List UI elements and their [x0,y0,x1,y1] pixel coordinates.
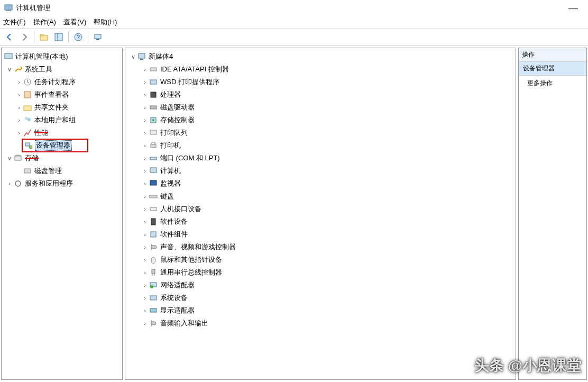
device-category[interactable]: ›软件设备 [126,215,514,228]
minimize-button[interactable]: — [563,3,584,14]
tree-task-scheduler[interactable]: › 任务计划程序 [3,76,121,88]
tree-storage[interactable]: ∨ 存储 [3,152,121,165]
toggle-collapsed-icon[interactable]: › [141,168,149,174]
toggle-collapsed-icon[interactable]: › [141,219,149,225]
device-category[interactable]: ›WSD 打印提供程序 [126,76,514,88]
tree-event-viewer[interactable]: › 事件查看器 [3,88,121,101]
device-category[interactable]: ›监视器 [126,177,514,190]
device-category[interactable]: ›通用串行总线控制器 [126,266,514,279]
svg-rect-36 [150,207,157,211]
device-category[interactable]: ›打印队列 [126,126,514,139]
toggle-collapsed-icon[interactable]: › [141,180,149,187]
toggle-collapsed-icon[interactable]: › [141,269,149,276]
hid-icon [149,204,158,214]
toggle-collapsed-icon[interactable]: › [141,231,149,238]
dev-root[interactable]: ∨ 新媒体4 [126,50,514,63]
device-category[interactable]: ›打印机 [126,139,514,152]
toggle-collapsed-icon[interactable]: › [141,307,149,314]
toggle-collapsed-icon[interactable]: › [15,92,23,98]
toggle-collapsed-icon[interactable]: › [141,155,149,161]
back-button[interactable] [3,31,16,43]
device-category[interactable]: ›网络适配器 [126,279,514,292]
device-category[interactable]: ›处理器 [126,88,514,101]
device-button[interactable] [91,31,104,43]
toggle-collapsed-icon[interactable]: › [15,117,23,123]
toggle-collapsed-icon[interactable]: › [141,79,149,85]
toggle-collapsed-icon[interactable]: › [141,104,149,111]
toggle-collapsed-icon[interactable]: › [141,92,149,98]
tree-label: WSD 打印提供程序 [160,77,219,87]
device-category[interactable]: ›端口 (COM 和 LPT) [126,152,514,165]
toggle-collapsed-icon[interactable]: › [15,79,23,85]
tree-label: 磁盘管理 [34,166,62,176]
toggle-expanded-icon[interactable]: ∨ [6,155,13,162]
toggle-collapsed-icon[interactable]: › [141,130,149,136]
tree-label: 计算机管理(本地) [15,52,68,61]
device-category[interactable]: ›磁盘驱动器 [126,101,514,114]
svg-rect-31 [152,142,155,144]
svg-rect-29 [150,130,157,134]
tree-label: 声音、视频和游戏控制器 [160,242,236,252]
menu-view[interactable]: 查看(V) [63,17,86,27]
actions-more[interactable]: 更多操作 [519,76,586,91]
up-button[interactable] [38,31,50,43]
device-category[interactable]: ›存储控制器 [126,114,514,126]
device-category[interactable]: ›人机接口设备 [126,203,514,215]
toolbar-sep [34,31,34,43]
clock-icon [23,77,32,87]
actions-header: 操作 [519,48,586,62]
device-category[interactable]: ›计算机 [126,165,514,177]
tree-label: 系统设备 [160,293,188,303]
toggle-collapsed-icon[interactable]: › [141,282,149,288]
device-category[interactable]: ›鼠标和其他指针设备 [126,253,514,266]
tree-disk-mgmt[interactable]: 磁盘管理 [3,165,121,177]
toggle-collapsed-icon[interactable]: › [141,257,149,263]
toggle-expanded-icon[interactable]: ∨ [6,66,13,73]
ide-controller-icon [149,65,158,74]
toggle-collapsed-icon[interactable]: › [15,130,23,136]
tree-label: 磁盘驱动器 [160,103,195,112]
toggle-collapsed-icon[interactable]: › [141,320,149,326]
tree-local-users[interactable]: › 本地用户和组 [3,114,121,126]
toggle-expanded-icon[interactable]: ∨ [130,53,137,60]
svg-rect-27 [150,106,157,109]
print-queue-icon [149,128,158,138]
tree-services-apps[interactable]: › 服务和应用程序 [3,177,121,190]
tree-label: 软件组件 [160,230,188,239]
device-category[interactable]: ›系统设备 [126,292,514,304]
computer-mgmt-icon [4,52,13,61]
toggle-collapsed-icon[interactable]: › [141,295,149,301]
device-category[interactable]: ›软件组件 [126,228,514,241]
disk-drive-icon [149,103,158,112]
svg-rect-43 [150,296,157,300]
tree-root[interactable]: 计算机管理(本地) [3,50,121,63]
device-category[interactable]: ›显示适配器 [126,304,514,317]
device-category[interactable]: ›IDE ATA/ATAPI 控制器 [126,63,514,76]
toggle-collapsed-icon[interactable]: › [141,244,149,250]
device-category[interactable]: ›键盘 [126,190,514,203]
toggle-collapsed-icon[interactable]: › [141,117,149,123]
tree-device-manager[interactable]: 设备管理器 [3,139,121,152]
tree-system-tools[interactable]: ∨ 系统工具 [3,63,121,76]
menu-file[interactable]: 文件(F) [3,17,26,27]
actions-group[interactable]: 设备管理器 [519,62,586,76]
toggle-collapsed-icon[interactable]: › [141,206,149,212]
toggle-collapsed-icon[interactable]: › [6,180,13,187]
tree-performance[interactable]: › 性能 [3,126,121,139]
help-button[interactable]: ? [72,31,85,43]
users-icon [23,115,32,125]
toggle-collapsed-icon[interactable]: › [141,193,149,199]
device-category[interactable]: ›声音、视频和游戏控制器 [126,241,514,253]
toggle-collapsed-icon[interactable]: › [141,66,149,72]
svg-rect-0 [5,5,12,10]
toggle-collapsed-icon[interactable]: › [141,142,149,149]
toggle-collapsed-icon[interactable]: › [15,104,23,111]
menu-action[interactable]: 操作(A) [33,17,56,27]
fwd-button[interactable] [18,31,31,43]
monitor-icon [149,179,158,188]
tree-shared-folders[interactable]: › 共享文件夹 [3,101,121,114]
event-icon [23,90,32,99]
show-pane-button[interactable] [52,31,65,43]
menu-help[interactable]: 帮助(H) [94,17,117,27]
device-category[interactable]: ›音频输入和输出 [126,317,514,330]
